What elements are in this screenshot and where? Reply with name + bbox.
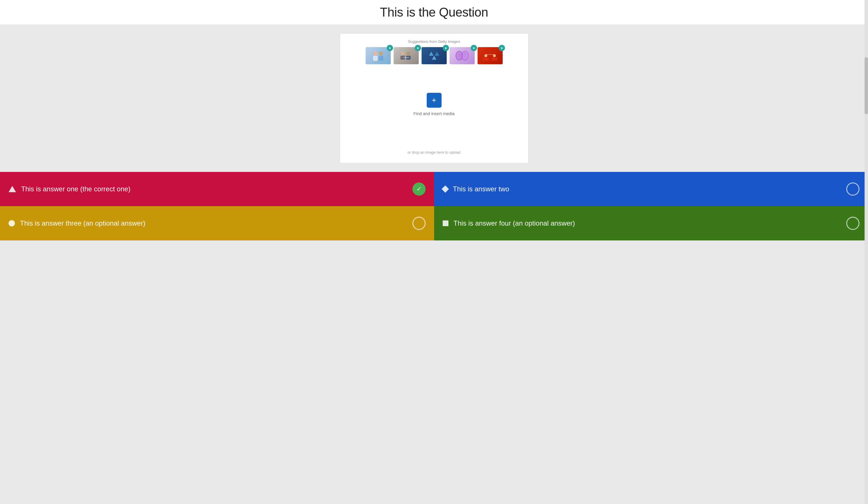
thumbnail-2[interactable]: ★ — [394, 47, 419, 64]
square-icon — [443, 220, 448, 226]
main-content: Suggestions from Getty Images ★ — [0, 25, 868, 163]
triangle-icon — [9, 186, 16, 192]
answer-text-3: This is answer three (an optional answer… — [20, 219, 412, 227]
correct-toggle-1[interactable]: ✓ — [412, 182, 426, 196]
thumbnail-3[interactable]: ★ — [422, 47, 447, 64]
answer-text-2: This is answer two — [453, 185, 847, 193]
svg-rect-16 — [483, 57, 489, 61]
answers-section: This is answer one (the correct one) ✓ T… — [0, 172, 868, 240]
svg-point-2 — [379, 51, 383, 55]
svg-rect-3 — [379, 56, 383, 61]
answer-cell-2: This is answer two — [434, 172, 868, 206]
thumbnail-5[interactable]: ★ — [477, 47, 503, 64]
star-icon-1: ★ — [387, 45, 393, 51]
correct-toggle-4[interactable] — [846, 217, 859, 230]
answer-cell-1: This is answer one (the correct one) ✓ — [0, 172, 434, 206]
svg-point-13 — [462, 51, 468, 60]
svg-point-4 — [401, 52, 404, 55]
scrollbar-track — [865, 0, 868, 504]
thumbnail-1[interactable]: ★ — [365, 47, 391, 64]
find-insert-label: Find and insert media — [413, 111, 454, 116]
media-insert-area: + Find and insert media — [346, 70, 523, 133]
svg-point-6 — [407, 52, 410, 55]
svg-rect-8 — [403, 57, 409, 58]
checkmark-icon: ✓ — [416, 186, 422, 192]
suggestions-label: Suggestions from Getty Images — [408, 39, 460, 44]
answer-text-4: This is answer four (an optional answer) — [454, 219, 847, 227]
add-media-button[interactable]: + — [427, 93, 442, 108]
correct-toggle-2[interactable] — [846, 182, 859, 196]
media-panel: Suggestions from Getty Images ★ — [340, 33, 528, 163]
circle-icon — [9, 220, 15, 227]
star-icon-3: ★ — [443, 45, 449, 51]
answer-text-1: This is answer one (the correct one) — [21, 185, 412, 193]
diamond-icon — [443, 187, 448, 192]
drop-label: or drop an image here to upload — [407, 133, 461, 155]
thumbnail-4[interactable]: ★ — [450, 47, 475, 64]
image-thumbnails: ★ ★ — [365, 47, 503, 64]
svg-marker-9 — [429, 52, 434, 56]
answer-cell-4: This is answer four (an optional answer) — [434, 206, 868, 240]
page-title: This is the Question — [380, 5, 488, 19]
answer-cell-3: This is answer three (an optional answer… — [0, 206, 434, 240]
svg-marker-11 — [432, 56, 436, 60]
header: This is the Question — [0, 0, 868, 25]
star-icon-4: ★ — [471, 45, 477, 51]
scrollbar-thumb[interactable] — [865, 57, 868, 114]
star-icon-5: ★ — [499, 45, 505, 51]
svg-point-0 — [373, 51, 377, 55]
svg-rect-17 — [492, 57, 497, 61]
star-icon-2: ★ — [415, 45, 421, 51]
svg-marker-10 — [435, 52, 439, 56]
svg-rect-1 — [373, 56, 378, 61]
correct-toggle-3[interactable] — [412, 217, 426, 230]
